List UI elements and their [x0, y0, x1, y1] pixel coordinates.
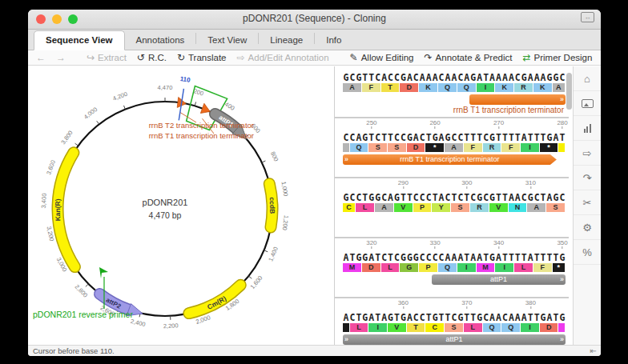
annotation-bar-label: rrnB T1 transcription terminator — [400, 155, 499, 163]
toolbar-label: Extract — [98, 53, 127, 62]
translation-row: AFTDKQQIKRKA — [343, 83, 566, 92]
add-edit-annotation-icon: ⇨ — [237, 52, 245, 63]
amino-acid-cell: A — [553, 83, 566, 92]
dna-sequence[interactable]: CCAGTCTTCCGACTGAGCCTTTCGTTTTATTTGAT — [343, 133, 566, 143]
toolbar-label: R.C. — [148, 53, 167, 62]
plasmid-map-panel[interactable]: 2004006008001,0001,2001,4001,6001,8002,0… — [28, 66, 334, 346]
amino-acid-cell: S — [451, 203, 470, 212]
annotation-bar-attp1[interactable]: »attP1» — [343, 334, 566, 345]
history-chart-icon — [584, 124, 591, 133]
dna-sequence[interactable]: GCCTGGCAGTTCCCTACTCTCGCGTTAACGCTAGC — [343, 193, 566, 203]
amino-acid-cell: F — [501, 143, 521, 152]
history-chart-icon[interactable] — [574, 116, 601, 141]
amino-acid-cell: D — [407, 143, 426, 152]
map-tick-label: 3,400 — [40, 193, 48, 208]
panel-toggle-icon[interactable]: ↔ — [581, 12, 594, 22]
annotation-bar-rrnb-t1[interactable]: » — [469, 94, 566, 105]
amino-acid-cell: I — [368, 323, 388, 332]
settings-gear-icon[interactable]: ⚙ — [574, 215, 601, 240]
amino-acid-cell: R — [483, 143, 502, 152]
plasmid-size: 4,470 bp — [149, 210, 182, 220]
ruler-line — [335, 177, 569, 178]
ruler-tick-label: 330 — [429, 239, 440, 249]
primers-percent-icon[interactable]: % — [574, 240, 601, 265]
sequence-row: CCAGTCTTCCGACTGAGCCTTTCGTTTTATTTGATQSSD*… — [343, 133, 566, 193]
feature-arrow-icon[interactable]: ⇨ — [574, 141, 601, 166]
dna-sequence[interactable]: GCGTTCACCGACAAACAACAGATAAAACGAAAGGC — [343, 73, 566, 83]
ruler-tick-label: 310 — [525, 179, 536, 189]
status-bar: Cursor before base 110. ⇤ — [28, 345, 601, 356]
collapse-status-icon[interactable]: ⇤ — [590, 346, 597, 356]
map-tick-label: 2,200 — [163, 322, 179, 330]
title-bar: pDONR201 (Sequence) - Cloning — [28, 10, 601, 30]
plasmid-map[interactable]: 2004006008001,0001,2001,4001,6001,8002,0… — [28, 66, 334, 348]
translation-row: LIVTCSLQQID — [343, 323, 566, 332]
annotation-bar-attp1[interactable]: attP1» — [432, 274, 566, 285]
ruler-tick-label: 270 — [493, 119, 504, 129]
ruler-line — [335, 297, 569, 298]
sequence-row: ACTGATAGTGACCTGTTCGTTGCAACAAATTGATGLIVTC… — [343, 313, 566, 346]
tab-annotations[interactable]: Annotations — [125, 31, 196, 50]
allow-editing-icon: ✎ — [350, 52, 358, 63]
amino-acid-cell: Q — [438, 263, 457, 272]
ruler-tick-label: 280 — [557, 119, 567, 129]
ruler-tick-label: 300 — [461, 179, 472, 189]
sequence-row: ATGGATCTCGGGCCCCAAATAATGATTTTATTTTGMDLGP… — [343, 253, 566, 313]
continues-right-chevron: » — [560, 94, 563, 105]
ruler-tick-label: 360 — [398, 299, 409, 309]
map-tick-label: 3,800 — [59, 130, 74, 146]
reverse-primer-marker[interactable] — [99, 267, 108, 278]
amino-acid-cell: I — [521, 143, 540, 152]
amino-acid-cell: * — [553, 263, 566, 272]
map-tick — [248, 276, 252, 278]
amino-acid-cell: C — [343, 203, 356, 212]
tab-lineage[interactable]: Lineage — [259, 31, 314, 50]
map-tick-label: 3,600 — [45, 159, 57, 176]
back-button[interactable]: ← — [36, 52, 46, 63]
dna-sequence[interactable]: ATGGATCTCGGGCCCCAAATAATGATTTTATTTTG — [343, 253, 566, 263]
ruler-tick-label: 350 — [557, 239, 567, 249]
translate-button[interactable]: ↻Translate — [177, 52, 227, 63]
reverse-complement-button[interactable]: ↺R.C. — [137, 52, 167, 63]
amino-acid-cell: L — [514, 263, 533, 272]
map-tick-label: 4,470 — [158, 84, 173, 91]
map-tick — [75, 143, 78, 146]
add-edit-annotation-button[interactable]: ⇨Add/Edit Annotation — [237, 52, 329, 63]
map-tick-label: 800 — [269, 150, 280, 162]
amino-acid-cell: D — [540, 323, 559, 332]
scrollbar-thumb[interactable] — [566, 73, 572, 110]
annotate-predict-button[interactable]: ↷Annotate & Predict — [425, 52, 513, 63]
enzymes-scissors-icon[interactable]: ✂ — [574, 190, 601, 215]
amino-acid-cell: C — [425, 323, 445, 332]
dna-sequence[interactable]: ACTGATAGTGACCTGTTCGTTGCAACAAATTGATG — [343, 313, 566, 323]
amino-acid-cell: A — [375, 203, 394, 212]
presentation-icon[interactable] — [574, 91, 601, 116]
ruler-line — [335, 237, 569, 238]
vertical-scrollbar[interactable] — [565, 68, 572, 344]
amino-acid-cell: F — [464, 143, 483, 152]
annotate-predict-icon: ↷ — [425, 52, 433, 63]
tab-info[interactable]: Info — [315, 31, 352, 50]
terminator-label: rrnB T1 transcription terminator — [149, 131, 254, 140]
amino-acid-cell: I — [457, 263, 477, 272]
sequence-panel[interactable]: GCGTTCACCGACAAACAACAGATAAAACGAAAGGCAFTDK… — [335, 66, 573, 346]
amino-acid-cell — [558, 143, 566, 152]
ruler-tick-label: 340 — [493, 239, 504, 249]
annotation-bar-rrnb-t1-transcription-terminator[interactable]: »rrnB T1 transcription terminator — [343, 154, 557, 165]
translate-icon: ↻ — [177, 52, 185, 63]
forward-button[interactable]: → — [56, 52, 66, 63]
annotate-icon[interactable]: ↷ — [574, 166, 601, 190]
primer-design-button[interactable]: ⇄Primer Design — [522, 52, 592, 63]
amino-acid-cell: L — [381, 263, 401, 272]
home-icon[interactable]: ⌂ — [574, 66, 601, 91]
extract-button[interactable]: ↪Extract — [87, 52, 127, 63]
toolbar-label: Primer Design — [534, 53, 593, 62]
amino-acid-cell: V — [489, 203, 509, 212]
tab-text-view[interactable]: Text View — [196, 31, 258, 50]
primer-design-icon: ⇄ — [522, 52, 530, 63]
ruler-tick-label: 250 — [366, 119, 376, 129]
amino-acid-cell: P — [413, 203, 433, 212]
tab-sequence-view[interactable]: Sequence View — [34, 30, 125, 50]
allow-editing-button[interactable]: ✎Allow Editing — [350, 52, 414, 63]
feature-label: Kan(R) — [54, 198, 62, 221]
